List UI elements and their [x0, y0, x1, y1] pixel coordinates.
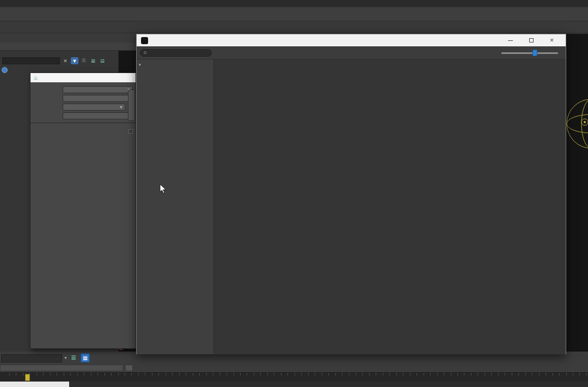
next-frame-button[interactable]: [125, 365, 133, 371]
asset-browser-toolbar: [137, 46, 566, 59]
timeline-ruler[interactable]: [0, 372, 588, 382]
render-setup-dialog: ♨ ▼ ▼ ▼: [30, 72, 136, 349]
caret-down-icon: ▾: [139, 63, 141, 67]
category-tree: ▾: [137, 59, 214, 354]
window-buttons: ×: [508, 38, 561, 43]
viewport-right[interactable]: [566, 34, 588, 352]
filter-icon[interactable]: ▼: [71, 57, 78, 64]
ribbon-tabs: [0, 33, 136, 43]
minimize-icon[interactable]: [508, 40, 513, 41]
timeline-playhead[interactable]: [25, 374, 30, 381]
asset-browser-content: ▾: [137, 59, 566, 354]
close-icon[interactable]: ×: [550, 38, 554, 43]
view-to-render-value[interactable]: [63, 112, 133, 119]
render-setup-rollouts: [30, 123, 136, 126]
menu-bar: [0, 0, 588, 7]
status-bar: [0, 382, 588, 387]
maximize-icon[interactable]: [529, 38, 534, 43]
grid-toggle-button[interactable]: ▦: [81, 353, 90, 362]
select-column-icon: [2, 67, 8, 73]
frame-counter[interactable]: [0, 365, 123, 371]
chevron-down-icon: ▼: [119, 105, 123, 109]
light-gizmo-icon: [566, 56, 588, 219]
layers-icon[interactable]: ≣: [71, 354, 76, 361]
mouse-cursor: [160, 184, 167, 194]
scene-explorer-search-input[interactable]: [2, 57, 60, 64]
scene-explorer-search-row: ✕ ▼ ⚿ ⊞ ⊟: [0, 56, 118, 65]
asset-search-input[interactable]: [140, 49, 212, 57]
3dsmax-screen: ✕ ▼ ⚿ ⊞ ⊟ ♨ ▼ ▼: [0, 0, 588, 387]
vray-logo-icon: [141, 37, 148, 44]
create-toolbar: [0, 21, 588, 33]
pick-parent-icon[interactable]: ⊞: [89, 57, 97, 64]
renderer-dropdown[interactable]: ▼: [63, 104, 125, 111]
animation-set-dropdown[interactable]: [1, 354, 62, 362]
search-icon: [144, 51, 146, 54]
pick-children-icon[interactable]: ⊟: [99, 57, 106, 64]
scene-explorer-menu: [0, 51, 118, 56]
bottom-bar: ▼ ≣ ▦: [0, 352, 588, 372]
clear-search-icon[interactable]: ✕: [62, 57, 69, 64]
timeline-ticks: [0, 373, 588, 382]
save-file-checkbox-row[interactable]: [128, 129, 134, 134]
main-toolbar: [0, 7, 588, 21]
preset-dropdown[interactable]: ▼: [63, 95, 133, 102]
chevron-down-icon[interactable]: ▼: [64, 356, 68, 360]
maxscript-mini-listener[interactable]: [0, 382, 69, 387]
render-button[interactable]: [128, 89, 135, 121]
slider-track: [501, 52, 558, 54]
thumbnail-size-slider[interactable]: [501, 49, 558, 57]
teapot-icon: ♨: [33, 75, 38, 81]
vray-asset-browser-window: × ▾: [136, 34, 566, 354]
tree-root-vray-material-library[interactable]: ▾: [137, 62, 213, 68]
slider-handle[interactable]: [532, 50, 537, 56]
asset-browser-titlebar[interactable]: ×: [137, 34, 566, 46]
ribbon-subtitle: [0, 43, 136, 51]
target-dropdown[interactable]: ▼: [63, 86, 133, 93]
material-grid: [214, 59, 566, 354]
save-checkbox[interactable]: [128, 129, 133, 134]
lock-icon[interactable]: ⚿: [80, 57, 88, 64]
render-setup-titlebar[interactable]: ♨: [30, 73, 136, 82]
